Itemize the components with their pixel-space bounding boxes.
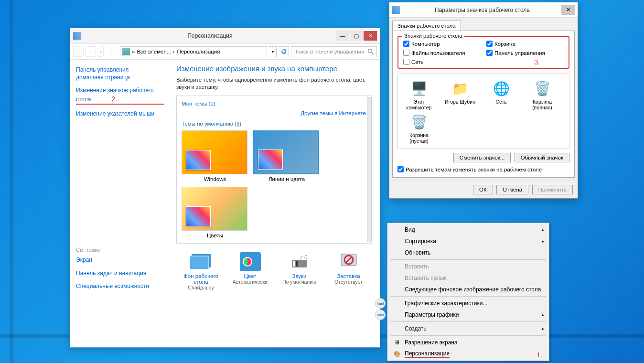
sidebar: Панель управления — домашняя страница Из… — [70, 60, 170, 347]
svg-line-1 — [372, 53, 374, 54]
annotation-2: 2. — [112, 95, 118, 103]
theme-thumbnail — [182, 187, 247, 231]
setting-color[interactable]: Цвет Автоматически — [227, 252, 273, 290]
address-bar[interactable]: « Все элемен... ▸ Персонализация — [120, 46, 267, 57]
setting-background[interactable]: Фон рабочего стола Слайд-шоу — [178, 252, 224, 290]
menu-graphics-params[interactable]: intelПараметры графики▸ — [388, 309, 548, 320]
see-also-heading: См. также — [76, 247, 164, 253]
theme-label: Цветы — [182, 233, 248, 238]
menu-refresh[interactable]: Обновить — [388, 247, 548, 258]
computer-icon: 🖥️ — [409, 79, 429, 98]
screensaver-icon — [337, 252, 360, 271]
dialog-close-button[interactable]: ✕ — [561, 5, 575, 15]
desktop-context-menu: Вид▸ Сортировка▸ Обновить Вставить Встав… — [387, 223, 549, 361]
chevron-icon[interactable]: ▸ — [173, 50, 175, 54]
menu-resolution[interactable]: 🖥Разрешение экрана — [388, 337, 548, 348]
default-icon-button[interactable]: Обычный значок — [515, 153, 569, 162]
see-also-display[interactable]: Экран — [76, 256, 164, 264]
titlebar[interactable]: Персонализация — ▢ ✕ — [70, 28, 380, 43]
see-also-taskbar[interactable]: Панель задач и навигация — [76, 270, 164, 278]
up-button[interactable]: ↑ — [107, 46, 117, 57]
chk-control-panel[interactable]: Панель управления — [486, 50, 564, 56]
location-icon — [122, 48, 130, 55]
tab-row: Значки рабочего стола — [389, 18, 578, 31]
history-dropdown[interactable]: ▾ — [98, 46, 104, 57]
intel-icon: intel — [375, 298, 386, 309]
svg-point-0 — [368, 49, 372, 53]
refresh-button[interactable] — [279, 46, 289, 57]
icon-recycle-empty[interactable]: 🗑️Корзина (пустая) — [403, 112, 435, 144]
menu-personalize[interactable]: 🎨Персонализация — [388, 348, 548, 360]
maximize-button[interactable]: ▢ — [350, 31, 363, 41]
forward-button[interactable]: → — [86, 46, 96, 57]
group-legend: Значки рабочего стола — [402, 33, 464, 39]
window-title: Персонализация — [85, 32, 335, 39]
setting-sounds[interactable]: ♪♫ Звуки По умолчанию — [277, 252, 322, 290]
refresh-icon — [280, 48, 288, 55]
menu-sort[interactable]: Сортировка▸ — [388, 235, 548, 247]
menu-graphics-properties[interactable]: intelГрафические характеристики... — [388, 298, 548, 309]
dialog-title: Параметры значков рабочего стола — [404, 7, 561, 13]
menu-paste[interactable]: Вставить — [388, 261, 548, 272]
theme-flowers[interactable]: Цветы — [182, 187, 248, 238]
close-button[interactable]: ✕ — [364, 31, 377, 41]
icon-this-pc[interactable]: 🖥️Этот компьютер — [403, 79, 435, 110]
chevron-right-icon: ▸ — [542, 228, 544, 232]
menu-next-background[interactable]: Следующее фоновое изображение рабочего с… — [388, 284, 548, 295]
personalization-window: Персонализация — ▢ ✕ ← → ▾ ↑ « Все элеме… — [70, 28, 380, 348]
theme-label: Линии и цвета — [253, 176, 320, 182]
my-themes-heading: Мои темы (0) — [182, 101, 368, 107]
chk-computer[interactable]: Компьютер — [403, 41, 481, 47]
sidebar-home[interactable]: Панель управления — домашняя страница — [76, 66, 164, 81]
chk-allow-themes[interactable]: Разрешить темам изменять значки на рабоч… — [397, 166, 569, 172]
online-themes-link[interactable]: Другие темы в Интернете — [182, 110, 366, 116]
background-icon — [190, 252, 213, 271]
cancel-button[interactable]: Отмена — [496, 185, 528, 194]
minimize-button[interactable]: — — [336, 31, 349, 41]
search-input[interactable]: Поиск в панели управления — [291, 46, 377, 57]
sidebar-desktop-icons[interactable]: Изменение значков рабочего стола 2. — [76, 87, 164, 105]
theme-lines-colors[interactable]: Линии и цвета — [253, 130, 320, 182]
theme-thumbnail — [253, 130, 319, 174]
window-icon — [73, 32, 81, 40]
change-icon-button[interactable]: Сменить значок... — [453, 153, 511, 162]
theme-windows[interactable]: Windows — [182, 130, 248, 182]
apply-button[interactable]: Применить — [532, 185, 573, 194]
chevron-right-icon: ▸ — [542, 239, 544, 244]
personalize-icon: 🎨 — [392, 350, 402, 358]
color-icon — [239, 252, 262, 271]
chevron-right-icon: ▸ — [542, 313, 544, 317]
dialog-titlebar[interactable]: Параметры значков рабочего стола ✕ — [389, 2, 578, 18]
icon-recycle-full[interactable]: 🗑️Корзина (полная) — [526, 79, 558, 110]
crumb-2[interactable]: Персонализация — [177, 49, 220, 54]
icon-network[interactable]: 🌐Сеть — [485, 79, 517, 110]
menu-create[interactable]: Создать▸ — [388, 323, 548, 334]
dialog-icon — [392, 6, 400, 14]
back-button[interactable]: ← — [73, 46, 84, 57]
see-also-accessibility[interactable]: Специальные возможности — [76, 283, 164, 290]
chk-recycle-bin[interactable]: Корзина — [486, 41, 564, 47]
crumb-1[interactable]: Все элемен... — [137, 49, 171, 54]
recycle-empty-icon: 🗑️ — [409, 112, 429, 131]
content-area: Изменение изображения и звука на компьют… — [170, 60, 380, 347]
separator — [390, 321, 546, 322]
tab-desktop-icons[interactable]: Значки рабочего стола — [392, 21, 461, 31]
search-placeholder: Поиск в панели управления — [293, 49, 364, 54]
chk-network[interactable]: Сеть — [403, 59, 481, 65]
navbar: ← → ▾ ↑ « Все элемен... ▸ Персонализация… — [70, 43, 380, 60]
menu-paste-shortcut[interactable]: Вставить ярлык — [388, 272, 548, 284]
intel-icon: intel — [375, 310, 386, 320]
settings-row: Фон рабочего стола Слайд-шоу Цвет Автома… — [176, 252, 373, 290]
themes-panel: Мои темы (0) Другие темы в Интернете Тем… — [176, 96, 373, 244]
menu-view[interactable]: Вид▸ — [388, 224, 548, 235]
address-dropdown[interactable]: ▾ — [269, 46, 277, 57]
sidebar-mouse-pointers[interactable]: Изменение указателей мыши — [76, 110, 164, 118]
setting-screensaver[interactable]: Заставка Отсутствует — [326, 252, 372, 290]
icon-user-folder[interactable]: 📁Игорь Шубин — [444, 79, 476, 110]
svg-text:♪♫: ♪♫ — [300, 253, 308, 260]
annotation-3: 3. — [534, 58, 540, 66]
network-icon: 🌐 — [492, 79, 511, 98]
ok-button[interactable]: ОК — [473, 185, 493, 194]
chk-user-files[interactable]: Файлы пользователя — [403, 50, 481, 56]
icon-preview-box: 🖥️Этот компьютер 📁Игорь Шубин 🌐Сеть 🗑️Ко… — [397, 74, 569, 149]
